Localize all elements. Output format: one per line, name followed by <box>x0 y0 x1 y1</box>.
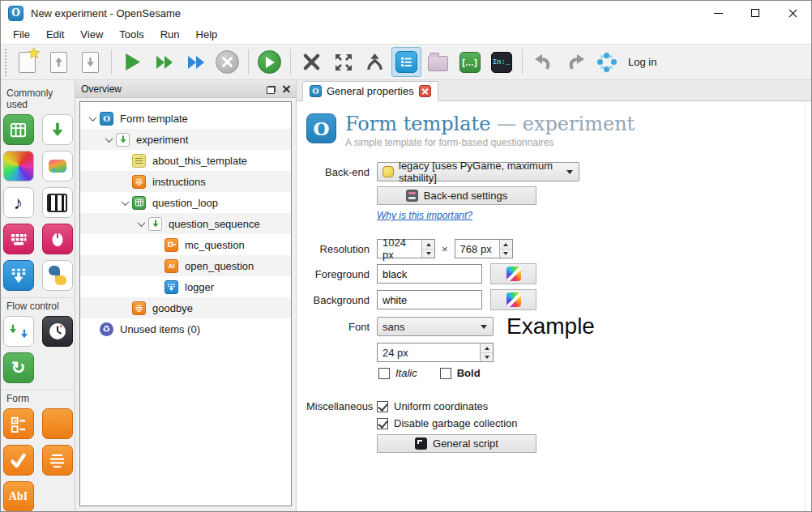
item-loop-button[interactable] <box>3 114 34 145</box>
item-keyboard-response-button[interactable] <box>3 224 34 254</box>
tree-item-question-loop[interactable]: question_loop <box>80 192 291 213</box>
uniform-coordinates-item[interactable]: Uniform coordinates <box>377 400 488 412</box>
resolution-width-spinbox[interactable]: 1024 px <box>377 239 435 258</box>
tree-item-logger[interactable]: logger <box>80 276 291 297</box>
menu-run[interactable]: Run <box>152 26 188 43</box>
resolution-height-spinbox[interactable]: 768 px <box>455 239 513 258</box>
run-fullscreen-button[interactable] <box>118 47 147 77</box>
toggle-file-pool-button[interactable] <box>423 47 453 77</box>
toolbar-separator <box>522 49 523 75</box>
page-title[interactable]: Form template — experiment <box>345 113 635 134</box>
save-file-icon <box>82 52 99 73</box>
italic-checkbox[interactable] <box>378 368 390 379</box>
run-quick-button[interactable] <box>149 47 179 77</box>
undo-button[interactable] <box>528 47 558 77</box>
disable-gc-item[interactable]: Disable garbage collection <box>377 417 517 429</box>
swap-arrows-icon <box>7 326 30 337</box>
uniform-coordinates-checkbox[interactable] <box>377 401 388 412</box>
backend-settings-button[interactable]: Back-end settings <box>377 186 536 205</box>
tree-item-label: Form template <box>120 113 188 125</box>
background-color-picker-button[interactable] <box>490 289 536 310</box>
foreground-input[interactable] <box>377 264 482 284</box>
toggle-variable-inspector-button[interactable]: […] <box>455 47 485 77</box>
login-label[interactable]: Log in <box>628 56 656 68</box>
toggle-overview-button[interactable] <box>391 47 421 77</box>
new-experiment-button[interactable] <box>12 47 42 77</box>
redo-button[interactable] <box>560 47 590 77</box>
italic-checkbox-item[interactable]: Italic <box>378 367 417 379</box>
item-advanced-delay-button[interactable] <box>42 316 73 347</box>
spin-buttons[interactable] <box>480 343 493 361</box>
bold-checkbox[interactable] <box>440 368 451 379</box>
console-icon: In:_ <box>491 52 512 73</box>
item-form-consent-button[interactable] <box>42 408 73 439</box>
maximize-button[interactable] <box>737 1 774 25</box>
bold-checkbox-item[interactable]: Bold <box>440 367 481 379</box>
merge-tabs-button[interactable] <box>360 47 390 77</box>
font-family-select[interactable]: sans <box>377 317 494 336</box>
spin-buttons[interactable] <box>421 240 434 258</box>
save-experiment-button[interactable] <box>75 47 105 77</box>
backend-select[interactable]: legacy [uses PyGame, maximum stability] <box>377 162 579 181</box>
tree-item-instructions[interactable]: instructions <box>80 171 291 192</box>
item-form-text-display-button[interactable] <box>42 445 73 476</box>
item-sketchpad-button[interactable] <box>3 151 34 181</box>
toggle-debug-window-button[interactable]: In:_ <box>486 47 516 77</box>
tab-general-properties[interactable]: O General properties <box>302 81 438 101</box>
menu-tools[interactable]: Tools <box>111 26 152 43</box>
float-panel-button[interactable] <box>268 86 276 92</box>
toolbar-drag-handle[interactable] <box>5 49 6 76</box>
expander-icon <box>105 134 113 143</box>
tree-item-open-question[interactable]: AI open_question <box>80 255 291 276</box>
open-experiment-button[interactable] <box>44 47 74 77</box>
tree-item-form-template[interactable]: O Form template <box>80 108 291 129</box>
tree-item-goodbye[interactable]: goodbye <box>80 297 291 318</box>
tree-item-question-sequence[interactable]: question_sequence <box>80 213 291 234</box>
item-run-if-button[interactable] <box>3 316 34 347</box>
osf-login-button[interactable] <box>592 47 622 77</box>
run-in-browser-button[interactable] <box>181 47 211 77</box>
item-inline-script-button[interactable] <box>42 260 73 291</box>
tab-close-button[interactable] <box>419 85 431 97</box>
close-button[interactable] <box>774 1 811 25</box>
script-icon <box>415 437 427 450</box>
python-icon <box>47 265 68 286</box>
foreground-color-picker-button[interactable] <box>490 263 536 284</box>
spin-buttons[interactable] <box>499 240 512 258</box>
item-form-text-input-button[interactable]: AbI <box>3 481 34 511</box>
section-commonly-used: Commonly used <box>1 85 75 114</box>
item-sampler-button[interactable]: ♪ <box>3 187 34 218</box>
general-script-button[interactable]: General script <box>377 434 536 453</box>
menu-file[interactable]: File <box>5 26 38 43</box>
keyboard-icon <box>9 229 28 249</box>
run-single-process-button[interactable] <box>254 47 284 77</box>
tree-item-about-this-template[interactable]: about_this_template <box>80 150 291 171</box>
fast-forward-green-icon <box>154 53 175 72</box>
menu-edit[interactable]: Edit <box>38 26 72 43</box>
tree-item-experiment[interactable]: experiment <box>80 129 291 150</box>
menu-view[interactable]: View <box>72 26 111 43</box>
background-input[interactable] <box>377 290 482 309</box>
stop-circle-icon <box>216 50 239 74</box>
item-form-multiple-choice-button[interactable] <box>3 445 34 476</box>
font-size-spinbox[interactable]: 24 px <box>377 343 494 362</box>
item-form-base-button[interactable] <box>3 408 34 439</box>
close-panel-button[interactable] <box>283 85 290 92</box>
section-form: Form <box>1 390 75 408</box>
item-mouse-response-button[interactable] <box>42 224 73 254</box>
item-feedback-button[interactable] <box>42 151 73 181</box>
minimize-button[interactable] <box>699 1 737 25</box>
item-synth-button[interactable] <box>42 187 73 218</box>
backend-value: legacy [uses PyGame, maximum stability] <box>399 160 561 184</box>
menu-help[interactable]: Help <box>188 26 226 43</box>
why-important-link[interactable]: Why is this important? <box>377 210 472 221</box>
item-repeat-cycle-button[interactable]: ↻ <box>3 352 34 383</box>
one-tab-mode-button[interactable] <box>328 47 358 77</box>
tree-item-unused-items[interactable]: ♻ Unused items (0) <box>80 318 291 339</box>
disable-gc-checkbox[interactable] <box>377 418 388 429</box>
close-all-tabs-button[interactable] <box>297 47 327 77</box>
item-sequence-button[interactable] <box>42 114 73 145</box>
tree-item-mc-question[interactable]: mc_question <box>80 234 291 255</box>
kill-experiment-button[interactable] <box>212 47 242 77</box>
item-logger-button[interactable] <box>3 260 34 291</box>
